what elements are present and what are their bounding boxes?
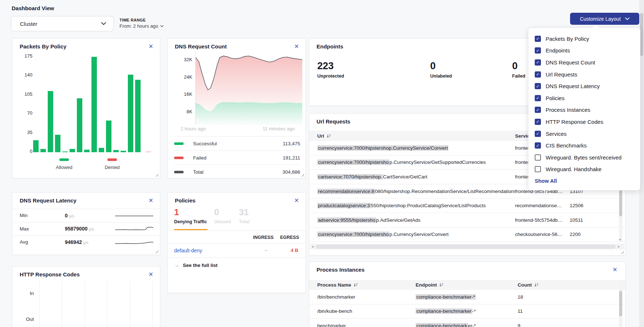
checkbox-checked-icon[interactable]: ✓ bbox=[535, 47, 541, 54]
resize-handle[interactable] bbox=[621, 251, 624, 254]
policies-tab-unused[interactable]: 0Unused bbox=[214, 208, 231, 224]
checkbox-unchecked-icon[interactable] bbox=[535, 154, 541, 161]
checkbox-checked-icon[interactable]: ✓ bbox=[535, 71, 541, 78]
latency-row-max: Max95879000µs bbox=[12, 222, 160, 236]
latency-value: 0 bbox=[65, 213, 68, 218]
menu-item-cis-benchmarks[interactable]: ✓CIS Benchmarks bbox=[535, 139, 634, 151]
menu-item-process-instances[interactable]: ✓Process Instances bbox=[535, 104, 634, 116]
checkbox-unchecked-icon[interactable] bbox=[535, 166, 541, 172]
policies-tab-denying-traffic[interactable]: 1Denying Traffic bbox=[174, 208, 207, 224]
resize-handle[interactable] bbox=[155, 173, 158, 177]
url-cell: adservice:9555/hipstershop.AdService/Get… bbox=[317, 217, 515, 223]
menu-item-packets-by-policy[interactable]: ✓Packets By Policy bbox=[535, 33, 634, 45]
page-title: Dashboard View bbox=[12, 5, 54, 11]
y-tick-label: 175 bbox=[16, 53, 32, 59]
show-all-link[interactable]: Show All bbox=[535, 178, 634, 184]
latency-unit: µs bbox=[83, 240, 89, 245]
checkbox-checked-icon[interactable]: ✓ bbox=[535, 107, 541, 113]
menu-item-services[interactable]: ✓Services bbox=[535, 128, 634, 140]
menu-item-dns-request-latency[interactable]: ✓DNS Request Latency bbox=[535, 80, 634, 92]
table-row[interactable]: /bin/benchmarkercompliance-benchmarker-*… bbox=[309, 290, 625, 304]
page-scrollbar-thumb[interactable] bbox=[640, 13, 643, 56]
menu-item-endpoints[interactable]: ✓Endpoints bbox=[535, 45, 634, 57]
latency-label: Min bbox=[20, 213, 65, 218]
legend-item: Allowed bbox=[37, 156, 91, 170]
table-row[interactable]: benchmarkercompliance-benchmarker-*9 bbox=[309, 319, 625, 327]
ingress-header: INGRESS bbox=[253, 235, 274, 240]
latency-rows: Min0µsMax95879000µsAvg946942µs bbox=[12, 209, 160, 249]
horizontal-scrollbar[interactable]: ◂ ▸ bbox=[310, 244, 625, 249]
policy-link-default-deny[interactable]: default-deny bbox=[174, 248, 202, 253]
sparkline bbox=[115, 225, 153, 232]
table-row[interactable]: /bin/kube-benchcompliance-benchmarker-*1… bbox=[309, 304, 625, 319]
chevron-down-icon bbox=[101, 22, 106, 25]
close-icon[interactable]: ✕ bbox=[149, 198, 153, 204]
legend-value: 113,475 bbox=[283, 141, 300, 146]
legend-swatch bbox=[174, 171, 184, 173]
latency-unit: µs bbox=[89, 226, 94, 232]
count-cell: 10511 bbox=[570, 217, 625, 223]
gridline bbox=[130, 281, 130, 327]
menu-item-policies[interactable]: ✓Policies bbox=[535, 92, 634, 104]
scroll-down-icon: ▾ bbox=[619, 238, 621, 241]
checkbox-checked-icon[interactable]: ✓ bbox=[535, 142, 541, 149]
customize-layout-button[interactable]: Customize Layout bbox=[570, 13, 639, 25]
chart-legend: Successful113,475Failed191,211Total304,6… bbox=[174, 136, 300, 179]
menu-item-dns-request-count[interactable]: ✓DNS Request Count bbox=[535, 56, 634, 68]
menu-item-label: Wireguard. Handshake bbox=[546, 166, 601, 172]
column-header-count[interactable]: Count bbox=[518, 282, 625, 288]
view-select[interactable]: Cluster bbox=[11, 16, 114, 31]
see-full-list-link[interactable]: → See the full list bbox=[174, 262, 217, 268]
menu-item-label: Wireguard. Bytes sent/received bbox=[546, 154, 621, 161]
latency-row-min: Min0µs bbox=[12, 209, 160, 222]
policies-tab-total[interactable]: 31Total bbox=[239, 208, 250, 224]
resize-handle[interactable] bbox=[155, 250, 158, 253]
close-icon[interactable]: ✕ bbox=[149, 272, 153, 277]
time-range: TIME RANGE From: 2 hours ago bbox=[119, 18, 164, 29]
column-header-url[interactable]: Url bbox=[317, 133, 515, 139]
menu-item-http-response-codes[interactable]: ✓HTTP Response Codes bbox=[535, 116, 634, 128]
menu-item-wireguard-handshake[interactable]: Wireguard. Handshake bbox=[535, 164, 634, 176]
menu-item-wireguard-bytes-sent-received[interactable]: Wireguard. Bytes sent/received bbox=[535, 151, 634, 164]
table-row[interactable]: adservice:9555/hipstershop.AdService/Get… bbox=[309, 213, 625, 228]
bar-allowed bbox=[121, 151, 126, 152]
menu-item-label: Services bbox=[546, 131, 567, 137]
vertical-scrollbar[interactable] bbox=[619, 280, 623, 327]
checkbox-checked-icon[interactable]: ✓ bbox=[535, 59, 541, 66]
y-tick-label: 8K bbox=[174, 109, 192, 114]
stat-label: Failed bbox=[512, 74, 525, 79]
close-icon[interactable]: ✕ bbox=[613, 267, 617, 273]
category-label-in: In bbox=[17, 291, 34, 296]
latency-row-avg: Avg946942µs bbox=[12, 235, 160, 249]
checkbox-checked-icon[interactable]: ✓ bbox=[535, 131, 541, 137]
resize-handle[interactable] bbox=[301, 173, 304, 177]
close-icon[interactable]: ✕ bbox=[294, 44, 299, 50]
card-title: HTTP Response Codes bbox=[20, 271, 80, 277]
gridline bbox=[107, 281, 107, 327]
close-icon[interactable]: ✕ bbox=[149, 44, 153, 50]
column-header-process-name[interactable]: Process Name bbox=[317, 282, 416, 288]
packets-by-policy-card: Packets By Policy ✕ 17514010570350 Allow… bbox=[12, 38, 160, 178]
column-header-endpoint[interactable]: Endpoint bbox=[416, 282, 518, 288]
stat-label: Unprotected bbox=[317, 74, 344, 79]
checkbox-checked-icon[interactable]: ✓ bbox=[535, 36, 541, 42]
card-title: Policies bbox=[175, 197, 196, 204]
dashboard-view-page: Dashboard View Cluster TIME RANGE From: … bbox=[0, 0, 644, 327]
gridline bbox=[85, 281, 85, 327]
x-axis-label-start: 2 hours ago bbox=[181, 126, 206, 131]
table-row[interactable]: productcatalogservice:3550/hipstershop.P… bbox=[309, 198, 625, 213]
latency-value: 95879000 bbox=[65, 226, 87, 232]
menu-item-label: Url Requests bbox=[546, 71, 577, 78]
table-header-row: Process Name Endpoint Count bbox=[309, 280, 625, 290]
checkbox-checked-icon[interactable]: ✓ bbox=[535, 119, 541, 125]
table-row[interactable]: currencyservice:7000/hipstershop.Currenc… bbox=[309, 228, 625, 242]
checkbox-checked-icon[interactable]: ✓ bbox=[535, 95, 541, 101]
menu-item-label: DNS Request Latency bbox=[546, 83, 600, 89]
bar-allowed bbox=[84, 150, 90, 152]
packets-bar-chart bbox=[33, 57, 156, 152]
checkbox-checked-icon[interactable]: ✓ bbox=[535, 83, 541, 89]
menu-item-url-requests[interactable]: ✓Url Requests bbox=[535, 68, 634, 80]
close-icon[interactable]: ✕ bbox=[294, 198, 299, 204]
time-range-from[interactable]: From: 2 hours ago bbox=[119, 23, 164, 29]
stat-value: 223 bbox=[317, 61, 344, 71]
